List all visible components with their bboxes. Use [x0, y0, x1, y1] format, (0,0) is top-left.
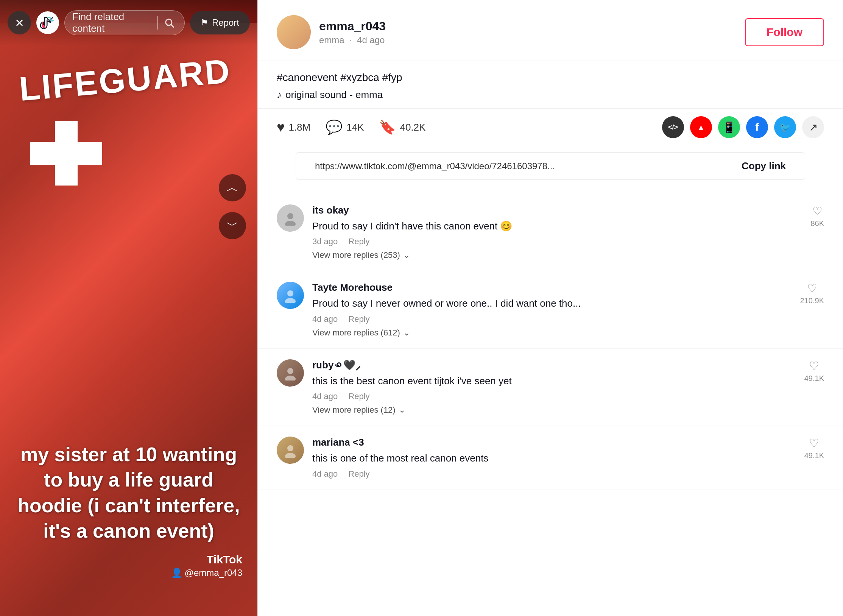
- comments-count: 14K: [346, 122, 364, 133]
- commenter-avatar: [277, 204, 304, 232]
- comment-item: Tayte Morehouse Proud to say I never own…: [258, 271, 843, 348]
- commenter-avatar: [277, 437, 304, 464]
- tiktok-share-button[interactable]: ▲: [690, 116, 712, 138]
- like-icon[interactable]: ♡: [809, 437, 819, 450]
- display-name: emma: [319, 35, 344, 45]
- tiktok-user-tag: 👤 @emma_r043: [171, 568, 242, 578]
- svg-point-9: [287, 445, 293, 451]
- svg-point-7: [287, 368, 293, 374]
- username: emma_r043: [319, 19, 737, 33]
- comment-meta: 4d ago Reply: [312, 469, 796, 479]
- sound-row: ♪ original sound - emma: [277, 89, 824, 101]
- view-replies-button[interactable]: View more replies (12) ⌄: [312, 405, 796, 415]
- svg-point-3: [287, 213, 293, 219]
- right-panel: emma_r043 emma · 4d ago Follow #canoneve…: [257, 0, 843, 616]
- comment-time: 3d ago: [312, 237, 338, 246]
- comment-like: ♡ 49.1K: [804, 437, 824, 479]
- facebook-share-button[interactable]: f: [746, 116, 768, 138]
- sound-label: original sound - emma: [285, 89, 383, 101]
- comment-item: ruby꩜🖤⸝ this is the best canon event tij…: [258, 349, 843, 426]
- view-replies-button[interactable]: View more replies (612) ⌄: [312, 328, 792, 338]
- avatar-icon: [283, 443, 298, 458]
- link-row: https://www.tiktok.com/@emma_r043/video/…: [296, 152, 805, 180]
- reply-button[interactable]: Reply: [348, 469, 369, 479]
- avatar-icon: [283, 365, 298, 381]
- twitter-share-button[interactable]: 🐦: [774, 116, 796, 138]
- view-replies-button[interactable]: View more replies (253) ⌄: [312, 250, 802, 260]
- comment-content: mariana <3 this is one of the most real …: [312, 437, 796, 479]
- nav-down-button[interactable]: ﹀: [219, 212, 246, 239]
- close-button[interactable]: ✕: [8, 11, 31, 34]
- comment-text: Proud to say I didn't have this canon ev…: [312, 219, 802, 233]
- comment-item: mariana <3 this is one of the most real …: [258, 426, 843, 490]
- follow-button[interactable]: Follow: [745, 18, 824, 46]
- svg-point-5: [287, 290, 293, 296]
- like-icon[interactable]: ♡: [807, 282, 817, 295]
- report-label: Report: [212, 17, 239, 28]
- comment-like: ♡ 210.9K: [800, 282, 824, 337]
- embed-button[interactable]: </>: [662, 116, 684, 138]
- chevron-up-icon: ︿: [226, 179, 238, 196]
- cross-horizontal: [30, 142, 102, 165]
- tiktok-brand: TikTok: [207, 553, 242, 566]
- nav-up-button[interactable]: ︿: [219, 174, 246, 201]
- commenter-name: mariana <3: [312, 437, 796, 448]
- commenter-name: ruby꩜🖤⸝: [312, 359, 796, 371]
- person-icon: 👤: [171, 568, 182, 578]
- commenter-name: Tayte Morehouse: [312, 282, 792, 293]
- tiktok-logo: [36, 11, 59, 34]
- svg-point-10: [285, 453, 296, 458]
- reply-button[interactable]: Reply: [348, 314, 369, 324]
- tiktok-username: @emma_r043: [185, 568, 242, 578]
- hashtags: #canonevent #xyzbca #fyp: [277, 72, 824, 84]
- flag-icon: ⚑: [201, 18, 208, 28]
- caption-text: my sister at 10 wanting to buy a life gu…: [15, 442, 242, 544]
- close-icon: ✕: [15, 16, 24, 30]
- bookmark-icon: 🔖: [379, 119, 396, 135]
- bookmarks-count: 40.2K: [400, 122, 425, 133]
- video-caption: my sister at 10 wanting to buy a life gu…: [0, 442, 257, 578]
- stats-row: ♥ 1.8M 💬 14K 🔖 40.2K </> ▲ 📱 f 🐦 ↗: [258, 108, 843, 146]
- chevron-down-icon: ⌄: [403, 328, 410, 338]
- view-replies-label: View more replies (253): [312, 250, 400, 260]
- comment-time: 4d ago: [312, 314, 338, 324]
- search-button[interactable]: [162, 15, 177, 30]
- report-button[interactable]: ⚑ Report: [190, 11, 250, 34]
- view-replies-label: View more replies (12): [312, 405, 396, 415]
- whatsapp-share-button[interactable]: 📱: [718, 116, 740, 138]
- link-container: https://www.tiktok.com/@emma_r043/video/…: [258, 146, 843, 190]
- svg-point-0: [42, 25, 45, 28]
- comment-like: ♡ 49.1K: [804, 359, 824, 415]
- comment-content: ruby꩜🖤⸝ this is the best canon event tij…: [312, 359, 796, 415]
- avatar: [277, 15, 311, 49]
- comment-time: 4d ago: [312, 469, 338, 479]
- like-icon[interactable]: ♡: [812, 204, 823, 218]
- svg-point-8: [285, 376, 296, 381]
- comment-icon: 💬: [326, 119, 343, 135]
- svg-point-6: [285, 298, 296, 303]
- caption-brand: TikTok 👤 @emma_r043: [15, 553, 242, 578]
- comments-section: its okay Proud to say I didn't have this…: [258, 190, 843, 616]
- profile-header: emma_r043 emma · 4d ago Follow: [258, 0, 843, 61]
- search-input[interactable]: Find related content: [72, 11, 153, 34]
- avatar-icon: [283, 288, 298, 303]
- more-share-button[interactable]: ↗: [802, 116, 824, 138]
- comment-content: its okay Proud to say I didn't have this…: [312, 204, 802, 260]
- avatar-icon: [283, 211, 298, 226]
- copy-link-button[interactable]: Copy link: [742, 160, 786, 172]
- comment-meta: 4d ago Reply: [312, 314, 792, 324]
- comments-stat: 💬 14K: [326, 119, 364, 135]
- search-bar[interactable]: Find related content: [64, 10, 185, 35]
- comment-item: its okay Proud to say I didn't have this…: [258, 194, 843, 271]
- chevron-down-icon: ⌄: [403, 250, 410, 260]
- reply-button[interactable]: Reply: [348, 391, 369, 401]
- comment-like: ♡ 86K: [810, 204, 824, 260]
- video-panel: LIFEGUARD ✕ Find related content: [0, 0, 257, 616]
- svg-line-2: [171, 25, 173, 27]
- commenter-name: its okay: [312, 204, 802, 216]
- reply-button[interactable]: Reply: [348, 237, 369, 246]
- description: #canonevent #xyzbca #fyp ♪ original soun…: [258, 61, 843, 108]
- search-icon: [164, 17, 175, 28]
- like-icon[interactable]: ♡: [809, 359, 819, 373]
- chevron-down-icon: ﹀: [226, 217, 238, 234]
